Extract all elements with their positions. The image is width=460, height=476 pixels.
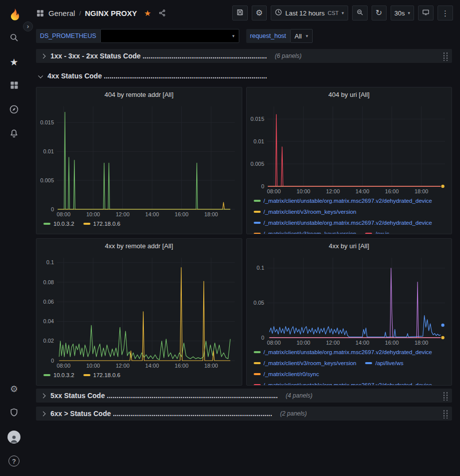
svg-text:0.01: 0.01: [253, 138, 264, 144]
drag-handle-icon[interactable]: [442, 391, 448, 401]
tv-mode-button[interactable]: [418, 5, 434, 20]
sidebar-item-alerting[interactable]: [2, 122, 26, 146]
favorite-star-icon[interactable]: ★: [144, 8, 151, 18]
svg-text:08:00: 08:00: [57, 211, 71, 217]
panel-legend: 10.0.3.2172.18.0.6: [36, 370, 242, 385]
panel-chart[interactable]: 00.0050.010.01508:0010:0012:0014:0016:00…: [248, 102, 450, 195]
legend-row: /_matrix/client/unstable/org.matrix.msc2…: [254, 195, 449, 206]
legend-item[interactable]: /_matrix/client/unstable/org.matrix.msc2…: [254, 220, 433, 226]
sidebar-item-search[interactable]: [2, 26, 26, 50]
grafana-logo[interactable]: [6, 4, 21, 26]
search-icon: [9, 32, 19, 44]
row-title: 6xx > Status Code ......................…: [50, 410, 272, 418]
time-range-picker[interactable]: Last 12 hours CST ▾: [271, 5, 348, 20]
panel-header[interactable]: 404 by uri [All]: [247, 87, 452, 101]
save-dashboard-button[interactable]: [232, 5, 248, 20]
panel: 404 by uri [All] 00.0050.010.01508:0010:…: [246, 87, 453, 234]
sidebar-item-configuration[interactable]: ⚙: [2, 377, 26, 401]
legend-label: /_matrix/client/v3/room_keys/version: [264, 231, 357, 234]
panel-legend: /_matrix/client/unstable/org.matrix.msc2…: [247, 347, 452, 385]
legend-label: 172.18.0.6: [93, 221, 120, 227]
svg-text:0.04: 0.04: [43, 318, 54, 324]
chevron-right-icon: [41, 411, 46, 416]
legend-item[interactable]: 172.18.0.6: [83, 372, 120, 378]
sidebar-item-help[interactable]: ?: [2, 449, 26, 473]
question-icon: ?: [8, 456, 19, 467]
svg-text:18:00: 18:00: [415, 340, 429, 346]
legend-item[interactable]: /_matrix/client/unstable/org.matrix.msc2…: [254, 198, 433, 204]
svg-text:18:00: 18:00: [204, 363, 218, 369]
legend-item[interactable]: 10.0.3.2: [43, 221, 74, 227]
panel-title: 404 by uri [All]: [329, 91, 370, 98]
panel-chart[interactable]: 00.0050.010.01508:0010:0012:0014:0016:00…: [38, 102, 240, 218]
breadcrumb-separator: /: [79, 9, 81, 17]
legend-item[interactable]: /_matrix/client/unstable/org.matrix.msc2…: [254, 349, 433, 355]
variables-submenu: DS_PROMETHEUS ▾ request_host All ▾: [28, 26, 460, 46]
toolbar-actions: ⚙ Last 12 hours CST ▾ ↻: [232, 5, 453, 20]
apps-icon: [36, 9, 44, 17]
timezone-label: CST: [328, 10, 339, 16]
legend-label: /_matrix/client/unstable/org.matrix.msc2…: [264, 349, 433, 355]
row-4xx-status-code[interactable]: 4xx Status Code ........................…: [36, 69, 452, 83]
monitor-icon: [422, 8, 430, 17]
svg-text:12:00: 12:00: [116, 211, 130, 217]
legend-row: 10.0.3.2172.18.0.6: [43, 370, 239, 381]
row-5xx-status-code[interactable]: 5xx Status Code ........................…: [36, 389, 452, 403]
panel: 4xx by uri [All] 00.050.108:0010:0012:00…: [246, 238, 453, 386]
svg-text:10:00: 10:00: [296, 188, 310, 194]
legend-item[interactable]: 172.18.0.6: [83, 221, 120, 227]
panel-chart[interactable]: 00.050.108:0010:0012:0014:0016:0018:00: [248, 254, 450, 347]
sidebar: ★ ⚙: [0, 0, 28, 476]
refresh-button[interactable]: ↻: [372, 5, 387, 20]
svg-text:10:00: 10:00: [86, 363, 100, 369]
panel-header[interactable]: 404 by remote addr [All]: [36, 87, 242, 101]
legend-item[interactable]: /_matrix/client/v3/room_keys/version: [254, 360, 357, 366]
panel-title: 4xx by uri [All]: [329, 242, 369, 250]
row-6xx-status-code[interactable]: 6xx > Status Code ......................…: [36, 407, 452, 421]
breadcrumb-folder[interactable]: General: [48, 9, 75, 17]
sidebar-item-explore[interactable]: [2, 98, 26, 122]
svg-text:16:00: 16:00: [175, 211, 189, 217]
sidebar-item-profile[interactable]: [2, 425, 26, 449]
legend-label: /_matrix/client/unstable/org.matrix.msc2…: [264, 220, 433, 226]
svg-text:0.01: 0.01: [43, 148, 54, 154]
svg-text:16:00: 16:00: [385, 188, 399, 194]
chevron-down-icon: [38, 73, 43, 78]
legend-item[interactable]: 10.0.3.2: [43, 372, 74, 378]
panel-chart[interactable]: 00.020.040.060.080.108:0010:0012:0014:00…: [38, 254, 240, 370]
svg-text:0.1: 0.1: [46, 259, 54, 265]
legend-item[interactable]: /_matrix/client/r0/sync: [254, 371, 319, 377]
share-icon[interactable]: [158, 9, 166, 17]
dashboard-settings-button[interactable]: ⚙: [252, 5, 267, 20]
panel: 404 by remote addr [All] 00.0050.010.015…: [36, 87, 242, 234]
legend-item[interactable]: /api/live/ws: [365, 360, 403, 366]
legend-item[interactable]: /sw.js: [365, 231, 389, 234]
zoom-out-time-button[interactable]: [352, 5, 368, 20]
legend-row: /_matrix/client/v3/room_keys/version/api…: [254, 358, 449, 369]
svg-text:0.05: 0.05: [253, 300, 264, 306]
svg-text:12:00: 12:00: [326, 340, 340, 346]
kebab-menu-button[interactable]: ⋮: [438, 5, 453, 20]
refresh-interval-picker[interactable]: 30s ▾: [391, 5, 415, 20]
svg-text:10:00: 10:00: [296, 340, 310, 346]
svg-text:0.08: 0.08: [43, 279, 54, 285]
request-host-select[interactable]: All ▾: [290, 29, 313, 43]
panel-header[interactable]: 4xx by uri [All]: [247, 239, 452, 253]
panel-legend: /_matrix/client/unstable/org.matrix.msc2…: [247, 195, 452, 234]
sidebar-bottom-group: ⚙ ?: [2, 377, 26, 473]
sidebar-expand-button[interactable]: ›: [23, 21, 33, 31]
row-1xx-3xx-2xx-status-code[interactable]: 1xx - 3xx - 2xx Status Code ............…: [36, 49, 452, 63]
legend-item[interactable]: /_matrix/client/v3/room_keys/version: [254, 231, 357, 234]
chevron-right-icon: ›: [27, 22, 29, 30]
legend-swatch-icon: [365, 233, 372, 234]
legend-item[interactable]: /_matrix/client/unstable/org.matrix.msc2…: [254, 382, 433, 385]
sidebar-item-dashboards[interactable]: [2, 74, 26, 98]
datasource-select[interactable]: ▾: [100, 29, 239, 43]
legend-item[interactable]: /_matrix/client/v3/room_keys/version: [254, 209, 357, 215]
dashboard-title[interactable]: NGINX PROXY: [85, 9, 137, 17]
sidebar-item-starred[interactable]: ★: [2, 50, 26, 74]
drag-handle-icon[interactable]: [442, 409, 448, 419]
panel-header[interactable]: 4xx by remote addr [All]: [36, 239, 242, 253]
drag-handle-icon[interactable]: [442, 51, 448, 61]
sidebar-item-server-admin[interactable]: [2, 401, 26, 425]
